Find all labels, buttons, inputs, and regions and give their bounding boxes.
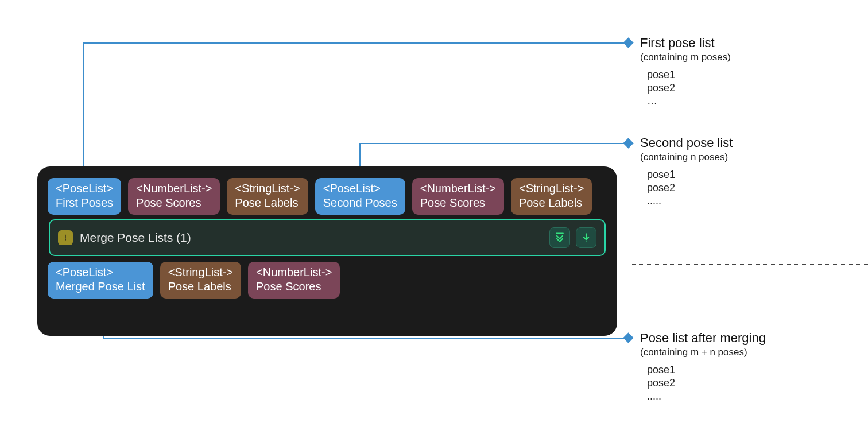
- merge-pose-lists-node: <PoseList>First Poses <NumberList->Pose …: [37, 166, 617, 336]
- input-port-pose-labels-1[interactable]: <StringList->Pose Labels: [227, 178, 308, 215]
- separator-line: [631, 264, 868, 265]
- annotation-merged: Pose list after merging (containing m + …: [640, 331, 858, 404]
- annotation-title: Pose list after merging: [640, 331, 858, 346]
- node-title-label: Merge Pose Lists (1): [80, 231, 542, 245]
- output-ports-row: <PoseList>Merged Pose List <StringList->…: [48, 262, 607, 299]
- diagram-canvas: First pose list (containing m poses) pos…: [0, 0, 868, 434]
- annotation-items: pose1 pose2 .....: [647, 364, 858, 402]
- node-title-bar[interactable]: Merge Pose Lists (1): [49, 219, 606, 256]
- input-port-second-poses[interactable]: <PoseList>Second Poses: [315, 178, 405, 215]
- annotation-first: First pose list (containing m poses) pos…: [640, 36, 858, 108]
- annotation-items: pose1 pose2 …: [647, 69, 858, 107]
- annotation-title: First pose list: [640, 36, 858, 51]
- input-ports-row: <PoseList>First Poses <NumberList->Pose …: [48, 178, 607, 215]
- annotation-second: Second pose list (containing n poses) po…: [640, 135, 858, 208]
- input-port-pose-scores-1[interactable]: <NumberList->Pose Scores: [128, 178, 220, 215]
- execute-button[interactable]: [576, 227, 596, 248]
- output-port-pose-scores[interactable]: <NumberList->Pose Scores: [248, 262, 340, 299]
- annotation-subtitle: (containing m + n poses): [640, 347, 858, 358]
- input-port-pose-scores-2[interactable]: <NumberList->Pose Scores: [412, 178, 504, 215]
- output-port-merged-pose-list[interactable]: <PoseList>Merged Pose List: [48, 262, 153, 299]
- diamond-icon: [623, 37, 633, 48]
- annotation-subtitle: (containing m poses): [640, 52, 858, 63]
- input-port-pose-labels-2[interactable]: <StringList->Pose Labels: [511, 178, 592, 215]
- svg-point-0: [586, 241, 587, 242]
- output-port-pose-labels[interactable]: <StringList->Pose Labels: [160, 262, 241, 299]
- annotation-subtitle: (containing n poses): [640, 152, 858, 163]
- warning-icon: [58, 230, 73, 245]
- annotation-items: pose1 pose2 .....: [647, 169, 858, 207]
- annotation-title: Second pose list: [640, 135, 858, 150]
- input-port-first-poses[interactable]: <PoseList>First Poses: [48, 178, 121, 215]
- diamond-icon: [623, 138, 633, 148]
- execute-all-button[interactable]: [549, 227, 570, 248]
- diamond-icon: [623, 332, 633, 343]
